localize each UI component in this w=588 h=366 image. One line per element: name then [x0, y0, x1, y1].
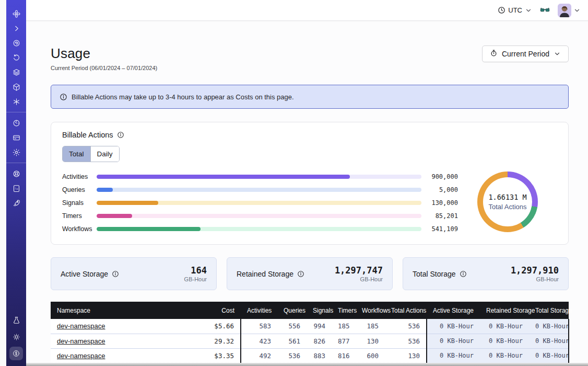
signals-cell: 883: [307, 348, 332, 363]
col-namespace: Namespace: [51, 302, 201, 319]
credits-coin-active-bg: [9, 347, 23, 360]
account-menu[interactable]: [558, 4, 581, 17]
storage-card-label: Retained Storage: [237, 270, 293, 278]
sidebar-collapse-button[interactable]: [6, 21, 26, 36]
banner-text: Billable Actions may take up to 3-4 hour…: [72, 93, 294, 101]
donut-total-caption: Total Actions: [489, 203, 527, 211]
period-selector-button[interactable]: Current Period: [482, 45, 569, 62]
theme-sun-icon[interactable]: [6, 329, 26, 344]
chevron-down-icon: [554, 50, 561, 58]
tab-daily[interactable]: Daily: [90, 146, 119, 162]
window-gutter: [0, 0, 6, 366]
chevron-down-icon: [525, 7, 532, 14]
retained-storage-cell: 0 KB-Hour: [480, 334, 529, 348]
storage-card-unit: GB-Hour: [335, 276, 383, 282]
retained-storage-cell: 0 KB-Hour: [480, 348, 529, 363]
namespace-link[interactable]: dev-namespace: [57, 352, 105, 360]
col-total-storage: Total Storage: [529, 302, 569, 319]
info-banner: Billable Actions may take up to 3-4 hour…: [51, 85, 569, 109]
viewport-edge-shadow: [26, 363, 588, 366]
storage-card-label: Total Storage: [413, 270, 456, 278]
docs-icon[interactable]: [6, 181, 26, 196]
storage-card-unit: GB-Hour: [184, 276, 207, 282]
schedules-icon[interactable]: [6, 50, 26, 65]
queries-cell: 536: [277, 348, 307, 363]
col-total-actions: Total Actions: [385, 302, 427, 319]
bar-label: Signals: [62, 199, 97, 207]
info-icon[interactable]: [297, 270, 304, 278]
workflows-cell: 130: [356, 334, 385, 348]
activities-cell: 583: [241, 319, 277, 334]
temporal-logo[interactable]: [6, 6, 26, 21]
total-actions-cell: 536: [385, 319, 427, 334]
workflows-cell: 600: [356, 348, 385, 363]
credits-coin-icon[interactable]: [6, 346, 26, 361]
billable-actions-bar-chart: Activities 900,000 Queries 5,000 Signals…: [62, 171, 458, 232]
total-actions-donut-chart: 1.66131 M Total Actions: [477, 171, 538, 232]
bar-track: [97, 188, 421, 192]
timezone-selector[interactable]: UTC: [498, 6, 532, 14]
settings-gear-icon[interactable]: [6, 145, 26, 159]
total-actions-cell: 130: [385, 348, 427, 363]
sidebar: [6, 0, 26, 366]
bar-value: 541,109: [429, 225, 458, 233]
storage-card-label: Active Storage: [61, 270, 108, 278]
cost-cell: 29.32: [201, 334, 241, 348]
layers-icon[interactable]: [6, 65, 26, 79]
bar-track: [97, 214, 421, 218]
namespace-link[interactable]: dev-namespace: [57, 322, 105, 330]
donut-total-value: 1.66131 M: [488, 193, 526, 201]
timers-cell: 816: [332, 348, 356, 363]
rocket-icon[interactable]: [6, 196, 26, 210]
labs-flask-icon[interactable]: [6, 313, 26, 327]
info-icon[interactable]: [117, 131, 124, 139]
signals-cell: 826: [307, 334, 332, 348]
table-row: dev-namespace 29.32 423 561 826 877 130 …: [51, 334, 569, 348]
timers-cell: 877: [332, 334, 356, 348]
active-storage-cell: 0 KB-Hour: [427, 319, 480, 334]
bar-row-activities: Activities 900,000: [62, 174, 458, 180]
deployments-cube-icon[interactable]: [6, 79, 26, 94]
glasses-icon[interactable]: [539, 5, 550, 16]
col-retained-storage: Retained Storage: [480, 302, 529, 319]
bar-fill: [97, 214, 132, 218]
col-activities: Activities: [241, 302, 277, 319]
bar-fill: [97, 201, 158, 205]
bar-row-signals: Signals 130,000: [62, 200, 458, 206]
storage-card-unit: GB-Hour: [511, 276, 559, 282]
avatar: [558, 4, 571, 17]
namespace-link[interactable]: dev-namespace: [57, 337, 105, 345]
bar-value: 900,000: [429, 173, 458, 180]
tab-total[interactable]: Total: [63, 146, 90, 162]
retained-storage-cell: 0 KB-Hour: [480, 319, 529, 334]
cost-cell: $5.66: [201, 319, 241, 334]
active-storage-card: Active Storage 164 GB-Hour: [51, 257, 217, 290]
activities-cell: 423: [241, 334, 277, 348]
main-content: Usage Current Period (06/01/2024 – 07/01…: [26, 21, 588, 366]
retained-storage-card: Retained Storage 1,297,747 GB-Hour: [227, 257, 393, 290]
storage-card-value: 1,297,910: [511, 265, 559, 276]
col-queries: Queries: [277, 302, 307, 319]
info-icon[interactable]: [460, 270, 467, 278]
usage-gauge-icon[interactable]: [6, 116, 26, 130]
total-storage-cell: 0 KB-Hour: [529, 348, 569, 363]
col-cost: Cost: [201, 302, 241, 319]
table-header-row: Namespace Cost Activities Queries Signal…: [51, 302, 569, 319]
table-row: dev-namespace $5.66 583 556 994 185 185 …: [51, 319, 569, 334]
info-icon[interactable]: [112, 270, 119, 278]
bar-value: 130,000: [429, 199, 458, 207]
total-daily-toggle: Total Daily: [62, 146, 120, 162]
billing-card-icon[interactable]: [6, 130, 26, 145]
bar-fill: [97, 175, 350, 179]
namespaces-icon[interactable]: [6, 36, 26, 50]
billable-actions-title: Billable Actions: [62, 131, 113, 139]
chevron-down-icon: [573, 7, 581, 14]
storage-card-value: 1,297,747: [335, 265, 383, 276]
active-storage-cell: 0 KB-Hour: [427, 334, 480, 348]
topbar: UTC: [26, 0, 588, 21]
nexus-asterisk-icon[interactable]: [6, 94, 26, 109]
col-timers: Timers: [332, 302, 356, 319]
active-storage-cell: 0 KB-Hour: [427, 348, 480, 363]
bar-label: Timers: [62, 212, 97, 220]
support-ring-icon[interactable]: [6, 166, 26, 181]
